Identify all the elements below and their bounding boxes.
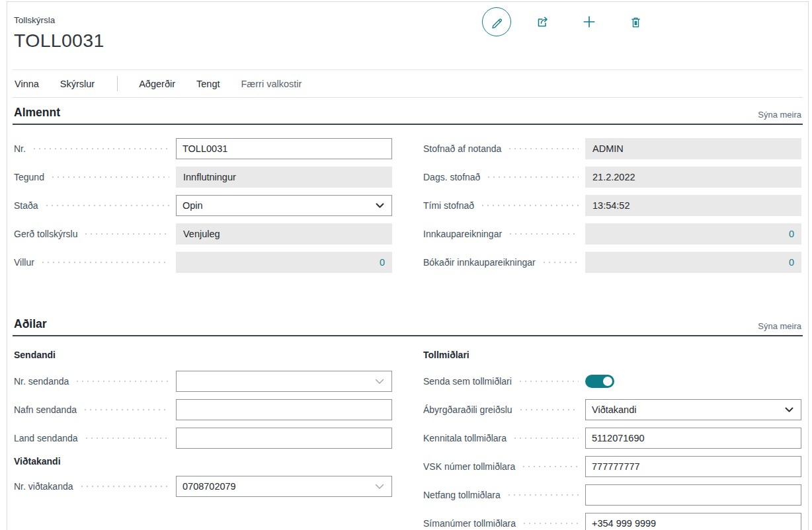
- nr-vidtakanda-lookup[interactable]: [176, 476, 392, 497]
- toggle-knob: [603, 377, 612, 386]
- dotted-leader: [84, 437, 169, 439]
- nafn-sendanda-input[interactable]: [176, 399, 392, 420]
- menu-tengt[interactable]: Tengt: [196, 79, 220, 89]
- field-label-stada: Staða: [14, 200, 38, 211]
- vidtakandi-subheading: Viðtakandi: [14, 456, 392, 467]
- pencil-icon: [491, 16, 503, 28]
- vsk-numer-tollmidlara-input[interactable]: [585, 456, 801, 477]
- field-label-timi-stofnad: Tími stofnað: [423, 200, 474, 211]
- edit-button[interactable]: [482, 7, 511, 36]
- nr-sendanda-lookup[interactable]: [176, 371, 392, 392]
- chevron-down-icon: [785, 407, 793, 413]
- field-row-nr: Nr.: [14, 138, 392, 159]
- section-almennt-title: Almennt: [14, 106, 60, 120]
- stada-selected-value: Opin: [183, 200, 203, 211]
- field-row-nr-sendanda: Nr. sendanda: [14, 371, 392, 392]
- field-row-senda-sem-tollmidlari: Senda sem tollmiðlari: [423, 371, 801, 392]
- dotted-leader: [486, 176, 579, 178]
- trash-icon: [629, 16, 642, 28]
- field-row-dags-stofnad: Dags. stofnað 21.2.2022: [423, 167, 801, 188]
- abyrgdaradili-greidslu-select[interactable]: Viðtakandi: [585, 399, 801, 420]
- nr-sendanda-input[interactable]: [177, 372, 375, 391]
- field-row-stada: Staða Opin: [14, 195, 392, 216]
- dotted-leader: [79, 485, 170, 488]
- command-icons: [482, 7, 650, 36]
- section-adilar-header: Aðilar Sýna meira: [13, 317, 803, 336]
- tollmidlari-subheading: Tollmiðlari: [423, 350, 801, 360]
- netfang-tollmidlara-input[interactable]: [585, 484, 801, 506]
- adilar-right-column: Tollmiðlari Senda sem tollmiðlari Ábyrgð…: [423, 347, 801, 530]
- action-bar: Vinna Skýrslur Aðgerðir Tengt Færri valk…: [13, 69, 803, 98]
- section-adilar-title: Aðilar: [14, 317, 47, 331]
- field-label-bokadir-innkaupareikningar: Bókaðir innkaupareikningar: [423, 257, 536, 268]
- villur-value: 0: [176, 252, 392, 273]
- chevron-down-icon: [376, 203, 384, 209]
- land-sendanda-input[interactable]: [176, 428, 392, 449]
- bokadir-innkaupareikningar-value[interactable]: 0: [585, 252, 801, 273]
- field-label-nr: Nr.: [14, 143, 26, 154]
- page-card: Tollskýrsla TOLL0031 Vinna Skýrslur Aðge…: [7, 1, 809, 530]
- menu-vinna[interactable]: Vinna: [15, 79, 39, 89]
- adilar-show-more-link[interactable]: Sýna meira: [758, 321, 801, 331]
- field-row-villur: Villur 0: [14, 252, 392, 273]
- field-label-nr-vidtakanda: Nr. viðtakanda: [14, 481, 73, 492]
- field-label-kennitala-tollmidlara: Kennitala tollmiðlara: [423, 433, 507, 443]
- nr-input[interactable]: [176, 138, 392, 159]
- field-label-nr-sendanda: Nr. sendanda: [14, 376, 69, 387]
- almennt-show-more-link[interactable]: Sýna meira: [758, 110, 801, 120]
- dags-stofnad-value: 21.2.2022: [585, 167, 801, 188]
- dotted-leader: [507, 494, 579, 496]
- lookup-chevron-icon: [375, 379, 384, 385]
- field-label-innkaupareikningar: Innkaupareikningar: [423, 229, 502, 239]
- innkaupareikningar-value[interactable]: 0: [585, 223, 801, 245]
- field-label-abyrgdaradili-greidslu: Ábyrgðaraðili greiðslu: [423, 404, 512, 415]
- nr-vidtakanda-input[interactable]: [177, 477, 375, 496]
- field-row-gerd-tollskyrslu: Gerð tollskýrslu Venjuleg: [14, 223, 392, 245]
- dotted-leader: [75, 380, 169, 383]
- field-row-tegund: Tegund Innflutningur: [14, 167, 392, 188]
- dotted-leader: [44, 204, 169, 207]
- kennitala-tollmidlara-input[interactable]: [585, 428, 801, 449]
- dotted-leader: [507, 147, 579, 150]
- timi-stofnad-value: 13:54:52: [585, 195, 801, 216]
- field-row-nr-vidtakanda: Nr. viðtakanda: [14, 476, 392, 497]
- field-row-nafn-sendanda: Nafn sendanda: [14, 399, 392, 420]
- adilar-fields: Sendandi Nr. sendanda Nafn sendanda Land…: [7, 336, 808, 530]
- page-title: TOLL0031: [14, 30, 808, 52]
- field-row-bokadir-innkaupareikningar: Bókaðir innkaupareikningar 0: [423, 252, 801, 273]
- field-label-nafn-sendanda: Nafn sendanda: [14, 404, 77, 415]
- field-label-gerd-tollskyrslu: Gerð tollskýrslu: [14, 229, 77, 239]
- menu-fewer-options[interactable]: Færri valkostir: [241, 79, 302, 89]
- delete-button[interactable]: [621, 7, 650, 36]
- menu-adgerdir[interactable]: Aðgerðir: [139, 79, 175, 89]
- menu-skyrslur[interactable]: Skýrslur: [60, 79, 95, 89]
- field-label-netfang-tollmidlara: Netfang tollmiðlara: [423, 490, 501, 500]
- gerd-tollskyrslu-value: Venjuleg: [176, 223, 392, 245]
- field-label-dags-stofnad: Dags. stofnað: [423, 172, 480, 182]
- plus-icon: [583, 15, 596, 28]
- almennt-left-column: Nr. Tegund Innflutningur Staða Opin Gerð…: [14, 138, 392, 280]
- dotted-leader: [40, 261, 169, 264]
- new-button[interactable]: [575, 7, 604, 36]
- dotted-leader: [521, 465, 579, 468]
- almennt-fields: Nr. Tegund Innflutningur Staða Opin Gerð…: [7, 125, 808, 280]
- field-label-vsk-numer-tollmidlara: VSK númer tollmiðlara: [423, 461, 515, 472]
- field-row-land-sendanda: Land sendanda: [14, 428, 392, 449]
- lookup-chevron-icon: [375, 484, 384, 490]
- dotted-leader: [508, 233, 579, 235]
- sendandi-subheading: Sendandi: [14, 350, 392, 360]
- abyrgdaradili-greidslu-selected-value: Viðtakandi: [592, 404, 636, 415]
- adilar-left-column: Sendandi Nr. sendanda Nafn sendanda Land…: [14, 347, 392, 530]
- field-label-villur: Villur: [14, 257, 34, 268]
- share-button[interactable]: [528, 7, 557, 36]
- section-almennt-header: Almennt Sýna meira: [13, 106, 803, 125]
- field-row-stofnad-af-notanda: Stofnað af notanda ADMIN: [423, 138, 801, 159]
- senda-sem-tollmidlari-toggle[interactable]: [585, 375, 614, 388]
- stada-select[interactable]: Opin: [176, 195, 392, 216]
- simanumer-tollmidlara-input[interactable]: [585, 513, 801, 530]
- dotted-leader: [542, 261, 579, 264]
- stofnad-af-notanda-value: ADMIN: [585, 138, 801, 159]
- dotted-leader: [83, 408, 169, 411]
- almennt-right-column: Stofnað af notanda ADMIN Dags. stofnað 2…: [423, 138, 801, 280]
- dotted-leader: [522, 522, 579, 525]
